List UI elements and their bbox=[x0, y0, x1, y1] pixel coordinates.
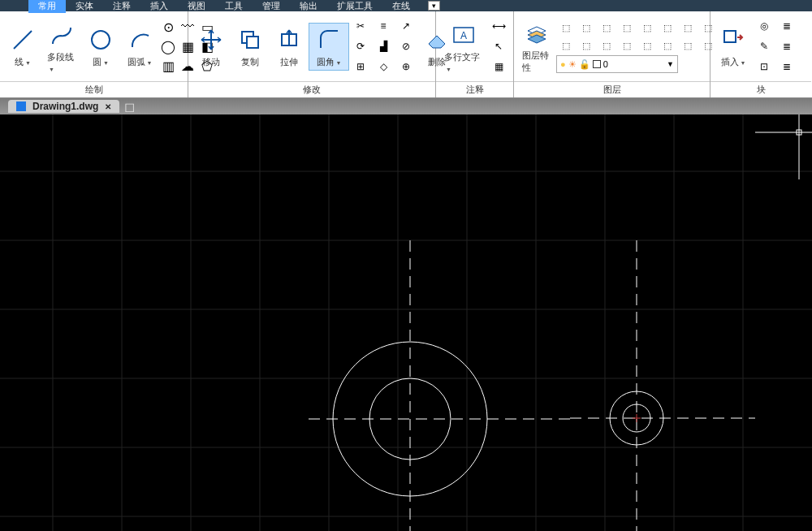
lock-icon: 🔓 bbox=[579, 59, 590, 70]
drawing-canvas[interactable] bbox=[0, 114, 812, 531]
move-icon bbox=[197, 25, 226, 54]
arc-label: 圆弧 bbox=[127, 56, 153, 68]
copy-button[interactable]: 复制 bbox=[231, 24, 270, 70]
copy-label: 复制 bbox=[241, 56, 259, 68]
lay14-icon[interactable]: ⬚ bbox=[658, 37, 677, 54]
lay2-icon[interactable]: ⬚ bbox=[577, 19, 596, 36]
color-swatch-icon bbox=[593, 60, 601, 68]
panel-annotate: A 多行文字 ⟷ ↖ ▦ 注释 bbox=[436, 11, 514, 97]
insert-button[interactable]: 插入 bbox=[714, 24, 753, 70]
svg-point-1 bbox=[92, 31, 110, 49]
lay13-icon[interactable]: ⬚ bbox=[637, 37, 657, 54]
fillet-label: 圆角 bbox=[317, 56, 342, 68]
attr-icon[interactable]: ⊡ bbox=[754, 58, 774, 76]
panel-layer-label: 图层 bbox=[514, 81, 710, 97]
lay9-icon[interactable]: ⬚ bbox=[556, 37, 576, 54]
panel-modify: 移动 复制 拉伸 圆角 ✂ ⟳ ⊞ ≡ ▟ ◇ bbox=[188, 11, 436, 97]
fillet-icon bbox=[314, 25, 343, 54]
svg-line-0 bbox=[14, 31, 32, 49]
region-icon[interactable]: ▥ bbox=[159, 57, 177, 75]
block-col2: ≣ ≣ ≣ bbox=[777, 17, 797, 76]
trim-icon[interactable]: ✂ bbox=[351, 17, 370, 35]
new-tab-icon[interactable]: ◻ bbox=[124, 99, 135, 114]
fillet-button[interactable]: 圆角 bbox=[309, 23, 349, 71]
point-icon[interactable]: ⊙ bbox=[159, 18, 177, 36]
panel-draw-label: 绘制 bbox=[0, 81, 188, 97]
explode-icon[interactable]: ◇ bbox=[374, 58, 393, 76]
insert-icon bbox=[719, 25, 748, 54]
table-icon[interactable]: ▦ bbox=[489, 58, 508, 76]
create-icon[interactable]: ◎ bbox=[754, 17, 774, 35]
doc-tab-label: Drawing1.dwg bbox=[32, 101, 98, 112]
panel-draw: 线 多段线 圆 圆弧 ⊙ 〰 ▭ ◯ ▦ ◧ ▥ ☁ bbox=[0, 11, 188, 97]
line-button[interactable]: 线 bbox=[3, 24, 42, 70]
document-tabs: Drawing1.dwg ✕ ◻ bbox=[0, 98, 812, 114]
break-icon[interactable]: ⊘ bbox=[396, 37, 416, 55]
annotate-col: ⟷ ↖ ▦ bbox=[489, 17, 508, 76]
mirror-icon[interactable]: ▟ bbox=[374, 37, 393, 55]
small-circle-group bbox=[570, 240, 755, 531]
polyline-label: 多段线 bbox=[47, 51, 76, 73]
layer-selector[interactable]: ● ☀ 🔓 0 ▼ bbox=[556, 55, 678, 73]
array-icon[interactable]: ⊞ bbox=[351, 58, 370, 76]
ellipse-icon[interactable]: ◯ bbox=[159, 37, 177, 55]
join-icon[interactable]: ⊕ bbox=[396, 58, 416, 76]
large-circle-group bbox=[309, 240, 570, 531]
layers-icon bbox=[522, 19, 551, 48]
lay3-icon[interactable]: ⬚ bbox=[597, 19, 616, 36]
line-label: 线 bbox=[15, 56, 31, 68]
stretch-icon bbox=[274, 25, 304, 54]
lay11-icon[interactable]: ⬚ bbox=[597, 37, 616, 54]
copy-icon bbox=[235, 25, 265, 54]
menu-dropdown-toggle[interactable]: ▾ bbox=[428, 1, 440, 11]
circle-button[interactable]: 圆 bbox=[81, 24, 120, 70]
lay6-icon[interactable]: ⬚ bbox=[658, 19, 677, 36]
move-label: 移动 bbox=[202, 56, 220, 68]
grid bbox=[0, 114, 812, 531]
menubar: 常用 实体 注释 插入 视图 工具 管理 输出 扩展工具 在线 ▾ bbox=[0, 0, 812, 11]
insert-label: 插入 bbox=[721, 56, 746, 68]
lay10-icon[interactable]: ⬚ bbox=[577, 37, 596, 54]
panel-block: 插入 ◎ ✎ ⊡ ≣ ≣ ≣ 块 bbox=[710, 11, 811, 97]
modify-col1: ✂ ⟳ ⊞ bbox=[351, 17, 370, 76]
lay1-icon[interactable]: ⬚ bbox=[556, 19, 576, 36]
move-button[interactable]: 移动 bbox=[192, 24, 231, 70]
line-icon bbox=[8, 25, 37, 54]
edit-icon[interactable]: ✎ bbox=[754, 37, 774, 55]
panel-block-label: 块 bbox=[710, 81, 811, 97]
stretch-label: 拉伸 bbox=[280, 56, 298, 68]
arc-button[interactable]: 圆弧 bbox=[120, 24, 159, 70]
lay5-icon[interactable]: ⬚ bbox=[637, 19, 657, 36]
close-icon[interactable]: ✕ bbox=[105, 102, 111, 111]
svg-rect-5 bbox=[247, 37, 258, 48]
scale-icon[interactable]: ↗ bbox=[396, 17, 416, 35]
crosshair-cursor bbox=[755, 114, 812, 179]
panel-annotate-label: 注释 bbox=[436, 81, 513, 97]
lay15-icon[interactable]: ⬚ bbox=[678, 37, 698, 54]
circle-icon bbox=[86, 25, 115, 54]
b2-icon[interactable]: ≣ bbox=[777, 37, 797, 55]
svg-text:A: A bbox=[460, 30, 466, 41]
dwg-icon bbox=[16, 101, 26, 111]
dim-icon[interactable]: ⟷ bbox=[489, 17, 508, 35]
layer-tool-row2: ⬚⬚⬚⬚⬚⬚⬚⬚ bbox=[556, 37, 718, 54]
layer-props-button[interactable]: 图层特性 bbox=[517, 17, 556, 76]
layer-props-label: 图层特性 bbox=[522, 50, 551, 74]
ribbon: 线 多段线 圆 圆弧 ⊙ 〰 ▭ ◯ ▦ ◧ ▥ ☁ bbox=[0, 11, 812, 98]
lay12-icon[interactable]: ⬚ bbox=[617, 37, 637, 54]
b1-icon[interactable]: ≣ bbox=[777, 17, 797, 35]
b3-icon[interactable]: ≣ bbox=[777, 58, 797, 76]
lay7-icon[interactable]: ⬚ bbox=[678, 19, 698, 36]
mtext-label: 多行文字 bbox=[444, 51, 482, 73]
modify-col3: ↗ ⊘ ⊕ bbox=[396, 17, 416, 76]
leader-icon[interactable]: ↖ bbox=[489, 37, 508, 55]
polyline-button[interactable]: 多段线 bbox=[42, 19, 81, 75]
rotate-icon[interactable]: ⟳ bbox=[351, 37, 370, 55]
stretch-button[interactable]: 拉伸 bbox=[270, 24, 309, 70]
lay4-icon[interactable]: ⬚ bbox=[617, 19, 637, 36]
svg-rect-10 bbox=[724, 31, 736, 42]
offset-icon[interactable]: ≡ bbox=[374, 17, 393, 35]
layer-name: 0 bbox=[603, 59, 608, 69]
doc-tab-drawing1[interactable]: Drawing1.dwg ✕ bbox=[8, 100, 119, 113]
mtext-button[interactable]: A 多行文字 bbox=[439, 19, 487, 75]
